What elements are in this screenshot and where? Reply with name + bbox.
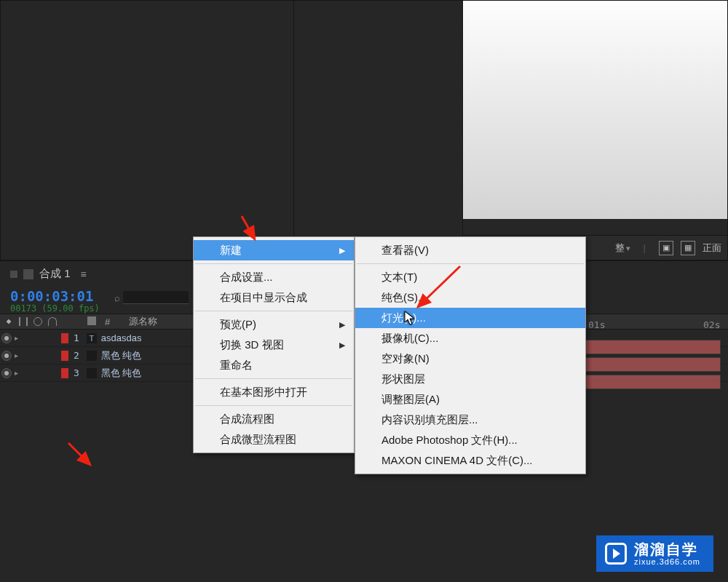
layer-name[interactable]: asdasdas xyxy=(101,332,142,343)
preview-viewport[interactable] xyxy=(463,1,727,235)
ruler-tick: 01s xyxy=(588,319,605,330)
ruler-tick: 02s xyxy=(703,319,720,330)
lock-column-icon[interactable] xyxy=(48,317,57,326)
eye-column-icon[interactable] xyxy=(4,317,13,326)
timecode[interactable]: 0:00:03:01 xyxy=(10,288,100,304)
index-column-header: # xyxy=(100,316,114,327)
visibility-toggle[interactable] xyxy=(1,368,12,378)
layer-index: 3 xyxy=(74,367,79,378)
menu-new-c4d-file[interactable]: MAXON CINEMA 4D 文件(C)... xyxy=(355,450,585,471)
adjust-dropdown[interactable]: 整▾ xyxy=(615,242,630,255)
menu-separator xyxy=(357,263,584,264)
menu-new-text[interactable]: 文本(T) xyxy=(355,267,585,287)
menu-new-content-aware[interactable]: 内容识别填充图层... xyxy=(355,410,585,430)
view-front-label[interactable]: 正面 xyxy=(703,242,721,255)
aux-panel[interactable] xyxy=(294,0,463,260)
layer-search-input[interactable] xyxy=(123,291,189,304)
watermark-url: zixue.3d66.com xyxy=(634,557,700,566)
layer-name[interactable]: 黑色 纯色 xyxy=(101,349,142,362)
expand-icon[interactable]: ▸ xyxy=(15,351,18,359)
menu-new[interactable]: 新建▶ xyxy=(194,240,354,260)
menu-switch-3d-view[interactable]: 切换 3D 视图▶ xyxy=(194,335,354,355)
label-column-icon[interactable] xyxy=(87,316,96,325)
menu-new-shape[interactable]: 形状图层 xyxy=(355,369,585,389)
menu-separator xyxy=(195,311,352,311)
timecode-frames: 00173 (59.00 fps) xyxy=(10,303,100,314)
search-icon: ⌕ xyxy=(114,292,120,303)
menu-new-solid[interactable]: 纯色(S)... xyxy=(355,287,585,308)
menu-new-null[interactable]: 空对象(N) xyxy=(355,348,585,369)
expand-icon[interactable]: ▸ xyxy=(15,334,18,342)
menu-comp-settings[interactable]: 合成设置... xyxy=(194,267,354,287)
audio-column-icon[interactable] xyxy=(19,317,28,326)
context-menu[interactable]: 新建▶ 合成设置... 在项目中显示合成 预览(P)▶ 切换 3D 视图▶ 重命… xyxy=(193,236,355,453)
menu-comp-flowchart[interactable]: 合成流程图 xyxy=(194,409,354,429)
solo-column-icon[interactable] xyxy=(33,317,42,326)
layer-color-swatch[interactable] xyxy=(61,368,68,378)
layer-name[interactable]: 黑色 纯色 xyxy=(101,367,142,380)
menu-rename[interactable]: 重命名 xyxy=(194,355,354,375)
play-icon xyxy=(605,543,627,565)
preview-panel[interactable]: 整▾ | ▣ ▦ 正面 xyxy=(463,0,728,260)
solid-layer-icon xyxy=(87,368,97,378)
camera-view-2-icon[interactable]: ▦ xyxy=(681,241,695,255)
visibility-toggle[interactable] xyxy=(1,351,12,361)
layer-index: 1 xyxy=(74,332,79,343)
menu-new-camera[interactable]: 摄像机(C)... xyxy=(355,328,585,348)
menu-preview[interactable]: 预览(P)▶ xyxy=(194,314,354,335)
menu-open-essential-graphics[interactable]: 在基本图形中打开 xyxy=(194,382,354,402)
layer-color-swatch[interactable] xyxy=(61,333,68,343)
context-submenu-new[interactable]: 查看器(V) 文本(T) 纯色(S)... 灯光(L)... 摄像机(C)...… xyxy=(355,236,586,474)
menu-separator xyxy=(195,378,352,379)
tab-color-icon xyxy=(23,269,33,279)
layer-index: 2 xyxy=(74,350,79,361)
tab-title[interactable]: 合成 1 xyxy=(39,267,71,281)
menu-new-light[interactable]: 灯光(L)... xyxy=(355,308,585,328)
menu-new-photoshop-file[interactable]: Adobe Photoshop 文件(H)... xyxy=(355,430,585,450)
camera-view-1-icon[interactable]: ▣ xyxy=(659,241,673,255)
source-column-header[interactable]: 源名称 xyxy=(124,315,162,328)
menu-separator xyxy=(195,263,352,264)
solid-layer-icon xyxy=(87,351,97,361)
menu-separator xyxy=(195,405,352,406)
watermark-badge: 溜溜自学 zixue.3d66.com xyxy=(596,535,713,572)
preview-output xyxy=(463,1,727,219)
project-panel[interactable] xyxy=(0,0,294,260)
watermark-title: 溜溜自学 xyxy=(634,541,700,557)
tab-close-icon[interactable] xyxy=(10,271,17,278)
menu-reveal-in-project[interactable]: 在项目中显示合成 xyxy=(194,287,354,308)
layer-color-swatch[interactable] xyxy=(61,351,68,361)
menu-new-adjustment[interactable]: 调整图层(A) xyxy=(355,389,585,410)
tab-menu-icon[interactable]: ≡ xyxy=(81,268,87,280)
menu-mini-flowchart[interactable]: 合成微型流程图 xyxy=(194,429,354,450)
expand-icon[interactable]: ▸ xyxy=(15,369,18,377)
text-layer-icon xyxy=(87,333,97,343)
menu-new-viewer[interactable]: 查看器(V) xyxy=(355,240,585,260)
visibility-toggle[interactable] xyxy=(1,333,12,343)
